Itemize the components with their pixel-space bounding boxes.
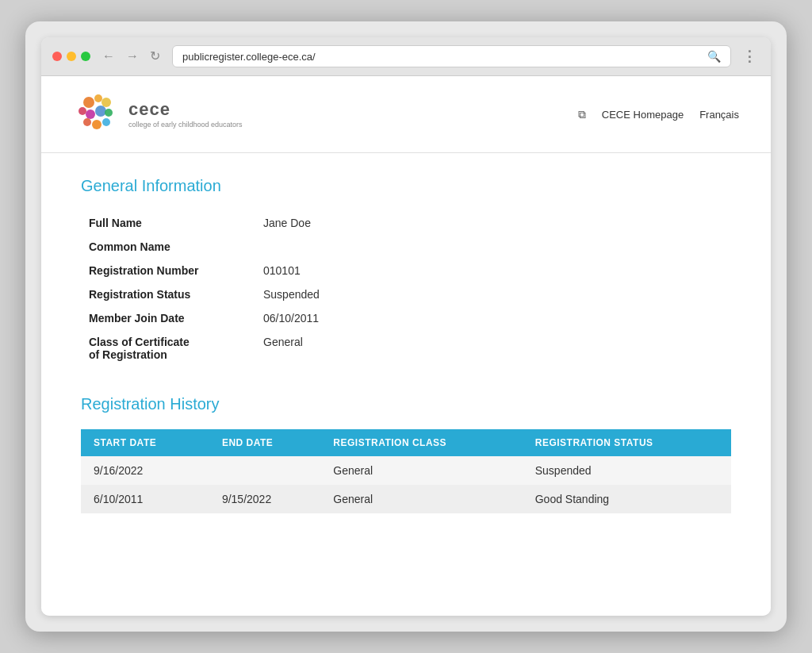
main-content: General Information Full Name Jane Doe C… xyxy=(41,153,771,545)
cell-reg-status: Suspended xyxy=(523,456,731,485)
browser-chrome: ← → ↻ publicregister.college-ece.ca/ 🔍 ⋮ xyxy=(41,37,771,616)
more-options-button[interactable]: ⋮ xyxy=(739,48,760,65)
registration-history-section: Registration History START DATE END DATE… xyxy=(81,395,731,513)
field-value: 010101 xyxy=(255,259,731,282)
svg-point-0 xyxy=(83,97,94,108)
col-start-date: START DATE xyxy=(81,429,209,456)
forward-button[interactable]: → xyxy=(122,48,143,64)
close-button[interactable] xyxy=(52,52,62,61)
cell-start-date: 6/10/2011 xyxy=(81,485,209,513)
svg-point-9 xyxy=(102,118,110,126)
table-row: 6/10/2011 9/15/2022 General Good Standin… xyxy=(81,485,731,513)
browser-toolbar: ← → ↻ publicregister.college-ece.ca/ 🔍 ⋮ xyxy=(41,37,771,76)
maximize-button[interactable] xyxy=(81,52,90,61)
svg-point-6 xyxy=(105,109,113,117)
nav-buttons: ← → ↻ xyxy=(98,48,164,64)
francais-link[interactable]: Français xyxy=(699,109,739,121)
logo-subtitle-text: college of early childhood educators xyxy=(128,120,243,130)
svg-point-7 xyxy=(83,118,91,126)
table-row: Full Name Jane Doe xyxy=(81,211,731,235)
reload-button[interactable]: ↻ xyxy=(146,48,164,64)
minimize-button[interactable] xyxy=(67,52,76,61)
cell-reg-status: Good Standing xyxy=(523,485,731,513)
table-row: Class of Certificateof Registration Gene… xyxy=(81,330,731,367)
cell-reg-class: General xyxy=(320,456,522,485)
field-value: Suspended xyxy=(255,282,731,306)
table-row: 9/16/2022 General Suspended xyxy=(81,456,731,485)
logo-cece-text: cece xyxy=(128,99,243,120)
table-row: Common Name xyxy=(81,235,731,259)
device-frame: ← → ↻ publicregister.college-ece.ca/ 🔍 ⋮ xyxy=(25,21,787,632)
logo-svg xyxy=(73,90,121,138)
header-nav: ⧉ CECE Homepage Français xyxy=(578,108,739,121)
page-content: cece college of early childhood educator… xyxy=(41,76,771,616)
logo-area: cece college of early childhood educator… xyxy=(73,90,243,138)
field-label: Full Name xyxy=(81,211,255,235)
table-row: Registration Status Suspended xyxy=(81,282,731,306)
svg-point-1 xyxy=(94,94,102,102)
col-reg-status: REGISTRATION STATUS xyxy=(523,429,731,456)
site-header: cece college of early childhood educator… xyxy=(41,76,771,153)
svg-point-4 xyxy=(86,109,95,119)
external-link-icon: ⧉ xyxy=(578,108,586,121)
cell-end-date xyxy=(209,456,320,485)
svg-point-3 xyxy=(79,107,86,115)
url-text: publicregister.college-ece.ca/ xyxy=(182,51,707,63)
history-table: START DATE END DATE REGISTRATION CLASS R… xyxy=(81,429,731,513)
back-button[interactable]: ← xyxy=(98,48,119,64)
cell-end-date: 9/15/2022 xyxy=(209,485,320,513)
cell-start-date: 9/16/2022 xyxy=(81,456,209,485)
col-end-date: END DATE xyxy=(209,429,320,456)
cece-homepage-link[interactable]: CECE Homepage xyxy=(602,109,684,121)
search-icon: 🔍 xyxy=(707,50,721,63)
svg-point-2 xyxy=(102,98,111,107)
field-label: Common Name xyxy=(81,235,255,259)
reg-history-title: Registration History xyxy=(81,395,731,413)
field-value xyxy=(255,235,731,259)
general-info-title: General Information xyxy=(81,177,731,195)
table-row: Registration Number 010101 xyxy=(81,259,731,282)
svg-point-8 xyxy=(92,120,102,129)
field-value: 06/10/2011 xyxy=(255,306,731,330)
field-value: Jane Doe xyxy=(255,211,731,235)
table-header-row: START DATE END DATE REGISTRATION CLASS R… xyxy=(81,429,731,456)
logo-text: cece college of early childhood educator… xyxy=(128,99,243,130)
field-label: Class of Certificateof Registration xyxy=(81,330,255,367)
col-reg-class: REGISTRATION CLASS xyxy=(320,429,522,456)
table-row: Member Join Date 06/10/2011 xyxy=(81,306,731,330)
address-bar[interactable]: publicregister.college-ece.ca/ 🔍 xyxy=(172,45,731,67)
cell-reg-class: General xyxy=(320,485,522,513)
general-info-table: Full Name Jane Doe Common Name Registrat… xyxy=(81,211,731,367)
field-label: Registration Number xyxy=(81,259,255,282)
field-label: Member Join Date xyxy=(81,306,255,330)
traffic-lights xyxy=(52,52,90,61)
field-value: General xyxy=(255,330,731,367)
field-label: Registration Status xyxy=(81,282,255,306)
svg-point-5 xyxy=(95,106,106,117)
